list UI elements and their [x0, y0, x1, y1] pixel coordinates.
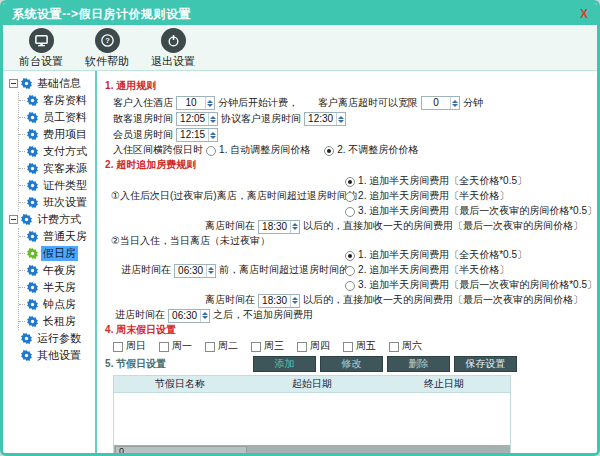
settings-tree: 基础信息 客房资料 员工资料 费用项目 [9, 75, 95, 364]
page-title: 系统设置-->假日房计价规则设置 [12, 6, 191, 23]
help-icon: ? [95, 28, 120, 53]
gear-icon [21, 333, 32, 344]
col-start-date: 起始日期 [246, 376, 378, 392]
case1-option-radio-1[interactable] [345, 177, 355, 187]
section-holidays-title: 5. 节假日设置 [105, 358, 166, 371]
delete-button[interactable]: 删除 [387, 356, 450, 372]
spinner-arrows-icon[interactable] [290, 295, 299, 307]
case2-after-time-input[interactable]: 06:30 [168, 309, 210, 323]
section-overtime-title: 2. 超时追加房费规则 [105, 159, 597, 172]
gear-icon [27, 112, 38, 123]
holidays-table-footer: 0 [114, 445, 510, 456]
collapse-toggle-icon[interactable] [9, 215, 18, 224]
tool-label: 退出设置 [151, 54, 195, 69]
weekday-checkbox-mon[interactable] [159, 342, 169, 352]
title-bar: 系统设置-->假日房计价规则设置 X [3, 3, 597, 25]
holiday-adjust-radio-1[interactable] [206, 146, 216, 156]
spinner-arrows-icon[interactable] [336, 113, 345, 125]
case2-option-1: 1. 追加半天房间费用〔全天价格*0.5〕 [345, 248, 597, 263]
agreement-checkout-time-input[interactable]: 12:30 [304, 112, 346, 126]
sidebar-item-normal-day-room[interactable]: 普通天房 [19, 228, 95, 245]
monitor-icon [29, 28, 54, 53]
gear-icon [27, 146, 38, 157]
gear-icon [21, 350, 32, 361]
weekday-checkbox-sat[interactable] [389, 342, 399, 352]
sidebar-item-fee-items[interactable]: 费用项目 [19, 126, 95, 143]
tool-label: 软件帮助 [85, 54, 129, 69]
checkin-minutes-input[interactable]: 10 [176, 96, 215, 110]
case2-late-time-input[interactable]: 18:30 [258, 294, 300, 308]
sidebar-item-half-day-room[interactable]: 半天房 [19, 279, 95, 296]
case2-after-row: 进店时间在 06:30 之后，不追加房间费用 [115, 308, 597, 323]
close-icon[interactable]: X [580, 7, 588, 21]
holidays-table-body[interactable] [114, 393, 510, 445]
front-desk-settings-button[interactable]: 前台设置 [19, 28, 63, 69]
overtime-case2: 进店时间在 06:30 前，离店时间超过退房时间的 1. 追加半天房间费用〔全天… [111, 248, 597, 293]
case2-option-radio-2[interactable] [345, 266, 355, 276]
case2-option-3: 3. 追加半天房间费用〔最后一次夜审的房间价格*0.5〕 [345, 278, 597, 293]
case1-label: ①入住后次日(过夜审后)离店，离店时间超过退房时间的 [111, 174, 345, 219]
sidebar-item-shift-settings[interactable]: 班次设置 [19, 194, 95, 211]
gear-icon [21, 78, 32, 89]
case1-late-row: 离店时间在 18:30 以后的，直接加收一天的房间费用〔最后一次夜审的房间价格〕 [205, 219, 597, 234]
gear-icon [27, 299, 38, 310]
sidebar-item-id-types[interactable]: 证件类型 [19, 177, 95, 194]
spinner-arrows-icon[interactable] [450, 97, 459, 109]
holidays-table-header: 节假日名称 起始日期 终止日期 [114, 376, 510, 393]
spinner-arrows-icon[interactable] [200, 310, 209, 322]
add-button[interactable]: 添加 [253, 356, 316, 372]
sidebar-item-runtime-params[interactable]: 运行参数 [9, 330, 95, 347]
case1-option-radio-3[interactable] [345, 207, 355, 217]
weekday-checkbox-sun[interactable] [113, 342, 123, 352]
sidebar-item-payment-methods[interactable]: 支付方式 [19, 143, 95, 160]
case1-late-time-input[interactable]: 18:30 [258, 220, 300, 234]
case2-entry-time-input[interactable]: 06:30 [174, 264, 216, 278]
sidebar-item-staff-data[interactable]: 员工资料 [19, 109, 95, 126]
grace-minutes-input[interactable]: 0 [421, 96, 460, 110]
weekday-checkbox-fri[interactable] [343, 342, 353, 352]
sidebar-item-holiday-room[interactable]: 假日房 [19, 245, 95, 262]
sidebar-item-hourly-room[interactable]: 钟点房 [19, 296, 95, 313]
modify-button[interactable]: 修改 [320, 356, 383, 372]
sidebar-item-long-term-room[interactable]: 长租房 [19, 313, 95, 330]
case2-option-radio-1[interactable] [345, 251, 355, 261]
sidebar-item-billing-methods[interactable]: 计费方式 [9, 211, 95, 228]
weekday-checkbox-thu[interactable] [297, 342, 307, 352]
case1-option-1: 1. 追加半天房间费用〔全天价格*0.5〕 [345, 174, 597, 189]
sidebar-item-other-settings[interactable]: 其他设置 [9, 347, 95, 364]
gear-icon [27, 248, 38, 259]
app-window: 系统设置-->假日房计价规则设置 X 前台设置 ? 软件帮助 退出设置 [0, 0, 600, 456]
spinner-arrows-icon[interactable] [290, 221, 299, 233]
case1-option-radio-2[interactable] [345, 192, 355, 202]
walkin-checkout-row: 散客退房时间 12:05 协议客户退房时间 12:30 [113, 111, 597, 127]
walkin-checkout-time-input[interactable]: 12:05 [176, 112, 218, 126]
sidebar-item-basic-info[interactable]: 基础信息 [9, 75, 95, 92]
collapse-toggle-icon[interactable] [9, 79, 18, 88]
weekday-checkbox-group: 周日 周一 周二 周三 周四 周五 周六 [113, 339, 597, 354]
case1-option-3: 3. 追加半天房间费用〔最后一次夜审的房间价格*0.5〕 [345, 204, 597, 219]
gear-icon [27, 231, 38, 242]
spinner-arrows-icon[interactable] [205, 97, 214, 109]
sidebar: 基础信息 客房资料 员工资料 费用项目 [3, 71, 97, 453]
holiday-adjust-radio-2[interactable] [324, 146, 334, 156]
spinner-arrows-icon[interactable] [208, 113, 217, 125]
holidays-table: 节假日名称 起始日期 终止日期 0 [113, 375, 511, 456]
tool-label: 前台设置 [19, 54, 63, 69]
sidebar-item-midnight-room[interactable]: 午夜房 [19, 262, 95, 279]
sidebar-item-guest-sources[interactable]: 宾客来源 [19, 160, 95, 177]
member-checkout-row: 会员退房时间 12:15 [113, 127, 597, 143]
overtime-case1: ①入住后次日(过夜审后)离店，离店时间超过退房时间的 1. 追加半天房间费用〔全… [111, 174, 597, 219]
member-checkout-time-input[interactable]: 12:15 [176, 128, 218, 142]
sidebar-item-room-data[interactable]: 客房资料 [19, 92, 95, 109]
gear-icon [27, 282, 38, 293]
spinner-arrows-icon[interactable] [208, 129, 217, 141]
weekday-checkbox-wed[interactable] [251, 342, 261, 352]
case2-option-radio-3[interactable] [345, 281, 355, 291]
case1-option-2: 2. 追加半天房间费用〔半天价格〕 [345, 189, 597, 204]
weekday-checkbox-tue[interactable] [205, 342, 215, 352]
save-settings-button[interactable]: 保存设置 [454, 356, 517, 372]
selected-tree-item: 假日房 [41, 246, 78, 261]
software-help-button[interactable]: ? 软件帮助 [85, 28, 129, 69]
exit-settings-button[interactable]: 退出设置 [151, 28, 195, 69]
spinner-arrows-icon[interactable] [206, 265, 215, 277]
